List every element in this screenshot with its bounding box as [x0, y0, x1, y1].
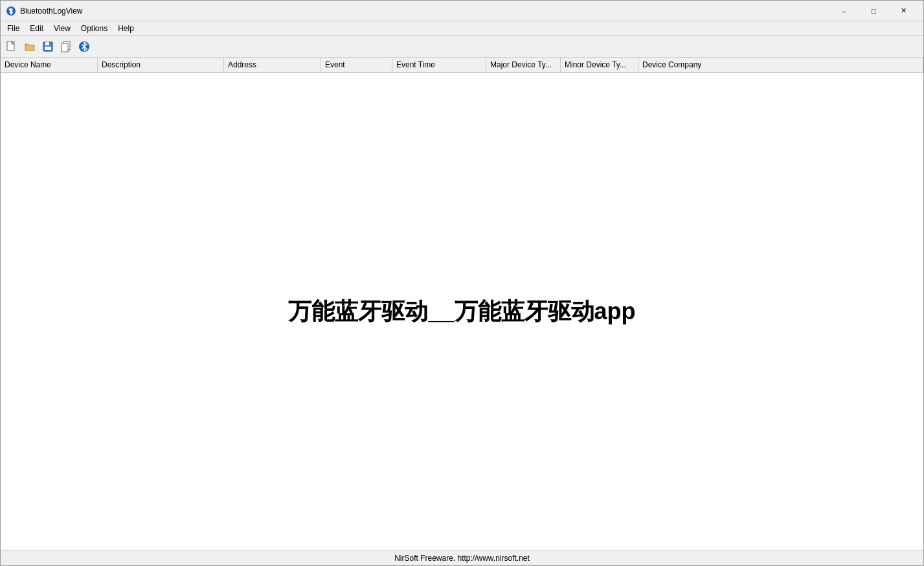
- watermark-text: 万能蓝牙驱动__万能蓝牙驱动app: [288, 296, 635, 328]
- status-bar: NirSoft Freeware. http://www.nirsoft.net: [1, 550, 923, 565]
- menu-edit[interactable]: Edit: [25, 21, 49, 36]
- col-header-event[interactable]: Event: [321, 58, 392, 72]
- col-header-device-company[interactable]: Device Company: [638, 58, 923, 72]
- menu-file[interactable]: File: [2, 21, 25, 36]
- title-bar: BluetoothLogView – □ ✕: [1, 1, 923, 21]
- maximize-button[interactable]: □: [859, 1, 888, 21]
- save-icon: [42, 41, 54, 52]
- col-header-minor-device[interactable]: Minor Device Ty...: [561, 58, 638, 72]
- status-text: NirSoft Freeware. http://www.nirsoft.net: [394, 554, 530, 563]
- toolbar-open-button[interactable]: [21, 38, 38, 55]
- app-title: BluetoothLogView: [20, 6, 83, 16]
- col-header-major-device[interactable]: Major Device Ty...: [486, 58, 561, 72]
- title-bar-left: BluetoothLogView: [6, 6, 83, 16]
- new-icon: [6, 41, 17, 52]
- menu-options[interactable]: Options: [76, 21, 113, 36]
- svg-rect-4: [45, 47, 51, 50]
- svg-rect-3: [45, 42, 49, 45]
- bluetooth-toolbar-icon: [78, 41, 90, 52]
- menu-bar: File Edit View Options Help: [1, 21, 923, 36]
- main-content: 万能蓝牙驱动__万能蓝牙驱动app: [1, 73, 923, 550]
- table-header: Device Name Description Address Event Ev…: [1, 58, 923, 73]
- toolbar-copy-button[interactable]: [58, 38, 74, 55]
- toolbar-save-button[interactable]: [39, 38, 56, 55]
- close-button[interactable]: ✕: [888, 1, 918, 21]
- copy-icon: [60, 41, 72, 52]
- col-header-device-name[interactable]: Device Name: [1, 58, 98, 72]
- toolbar-bluetooth-button[interactable]: [76, 38, 93, 55]
- toolbar: [1, 36, 923, 58]
- app-icon: [6, 6, 16, 16]
- col-header-description[interactable]: Description: [98, 58, 224, 72]
- col-header-event-time[interactable]: Event Time: [392, 58, 486, 72]
- minimize-button[interactable]: –: [829, 1, 859, 21]
- open-icon: [24, 41, 36, 52]
- col-header-address[interactable]: Address: [224, 58, 321, 72]
- app-window: BluetoothLogView – □ ✕ File Edit View Op…: [0, 0, 924, 566]
- menu-view[interactable]: View: [49, 21, 76, 36]
- title-bar-controls: – □ ✕: [829, 1, 918, 21]
- svg-rect-6: [62, 43, 68, 52]
- toolbar-new-button[interactable]: [3, 38, 20, 55]
- menu-help[interactable]: Help: [113, 21, 139, 36]
